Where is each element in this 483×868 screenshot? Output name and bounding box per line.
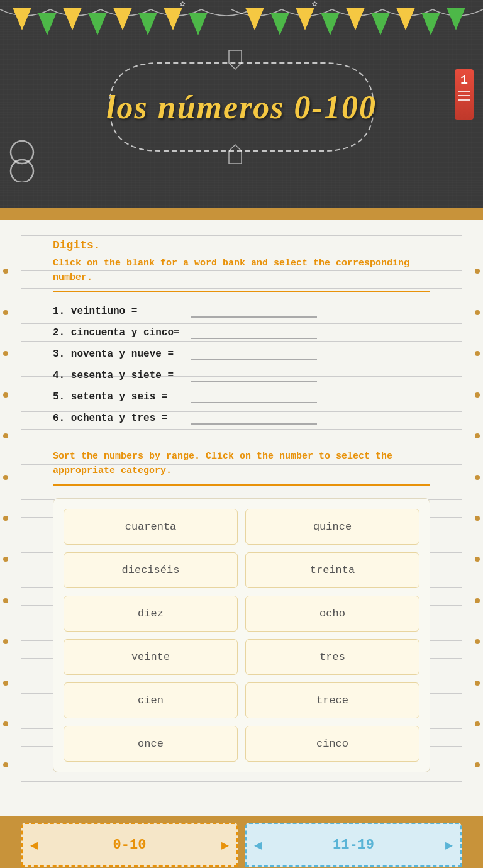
bunting-decoration: ✿ ✿	[0, 0, 483, 50]
infinity-symbol	[6, 138, 38, 191]
dot	[3, 598, 8, 603]
fill-input-4[interactable]	[191, 369, 317, 382]
fill-label-3: 3. noventa y nueve =	[53, 348, 191, 360]
fill-label-1: 1. veintiuno =	[53, 306, 191, 317]
fill-input-6[interactable]	[191, 412, 317, 425]
dot	[3, 392, 8, 398]
fill-input-3[interactable]	[191, 348, 317, 360]
svg-marker-15	[421, 13, 440, 35]
divider-line-2	[53, 484, 430, 486]
dot	[475, 351, 480, 356]
fill-in-section: Digits. Click on the blank for a word ba…	[53, 239, 430, 425]
sort-grid: cuarenta quince dieciséis treinta diez o…	[53, 498, 430, 772]
divider-line-1	[53, 291, 430, 292]
ruler-line-2	[458, 95, 470, 96]
svg-marker-12	[346, 8, 365, 30]
sort-card-dieciseis[interactable]: dieciséis	[64, 552, 238, 588]
category-label-11-19: 11-19	[333, 837, 374, 853]
dot	[475, 639, 480, 644]
svg-marker-16	[447, 8, 465, 30]
dot	[475, 762, 480, 767]
dot	[3, 639, 8, 644]
digits-title: Digits.	[53, 239, 430, 252]
sort-card-once[interactable]: once	[64, 726, 238, 762]
dot	[3, 351, 8, 356]
brown-spacer-top	[0, 208, 483, 220]
svg-marker-11	[321, 13, 340, 35]
svg-text:✿: ✿	[180, 0, 186, 9]
fill-input-1[interactable]	[191, 305, 317, 318]
fill-row-4: 4. sesenta y siete =	[53, 369, 430, 382]
svg-marker-13	[371, 13, 390, 35]
fill-label-5: 5. setenta y seis =	[53, 391, 191, 403]
sort-card-cuarenta[interactable]: cuarenta	[64, 509, 238, 545]
svg-marker-14	[396, 8, 415, 30]
dot	[475, 721, 480, 726]
svg-marker-3	[88, 13, 107, 35]
sort-card-ocho[interactable]: ocho	[245, 596, 419, 632]
sort-card-veinte[interactable]: veinte	[64, 639, 238, 675]
worksheet: Digits. Click on the blank for a word ba…	[21, 220, 462, 816]
category-label-0-10: 0-10	[113, 837, 147, 853]
sort-card-trece[interactable]: trece	[245, 682, 419, 718]
sort-instruction: Sort the numbers by range. Click on the …	[53, 450, 430, 478]
svg-marker-7	[189, 13, 208, 35]
svg-marker-0	[13, 8, 31, 30]
sort-card-diez[interactable]: diez	[64, 596, 238, 632]
svg-text:✿: ✿	[312, 0, 318, 9]
dot	[3, 475, 8, 480]
dot	[3, 762, 8, 767]
svg-marker-4	[113, 8, 132, 30]
dot	[475, 392, 480, 398]
digits-instruction: Click on the blank for a word bank and s…	[53, 257, 430, 285]
svg-marker-9	[270, 13, 289, 35]
fill-row-3: 3. noventa y nueve =	[53, 348, 430, 360]
fill-label-6: 6. ochenta y tres =	[53, 413, 191, 424]
sort-card-treinta[interactable]: treinta	[245, 552, 419, 588]
category-0-10[interactable]: ◀ 0-10 ▶	[21, 823, 238, 867]
dot	[3, 269, 8, 274]
cat-arrow-left-blue: ◀	[254, 837, 262, 853]
dot	[3, 516, 8, 521]
ruler-number: 1	[460, 73, 468, 87]
dot	[3, 721, 8, 726]
dot	[475, 310, 480, 315]
dot	[3, 310, 8, 315]
fill-input-2[interactable]	[191, 326, 317, 339]
fill-row-5: 5. setenta y seis =	[53, 391, 430, 403]
svg-marker-6	[164, 8, 182, 30]
dot	[475, 269, 480, 274]
fill-label-4: 4. sesenta y siete =	[53, 370, 191, 381]
dot	[475, 681, 480, 686]
ruler-line-3	[458, 99, 470, 101]
cat-arrow-left-orange: ◀	[30, 837, 38, 853]
category-11-19[interactable]: ◀ 11-19 ▶	[245, 823, 462, 867]
side-dots-left	[0, 220, 11, 816]
dot	[3, 681, 8, 686]
svg-marker-5	[138, 13, 157, 35]
svg-marker-2	[63, 8, 82, 30]
sort-card-cinco[interactable]: cinco	[245, 726, 419, 762]
dot	[475, 598, 480, 603]
dot	[3, 433, 8, 438]
svg-marker-1	[38, 13, 57, 35]
sort-card-cien[interactable]: cien	[64, 682, 238, 718]
ruler-line-1	[458, 91, 470, 92]
svg-marker-8	[245, 8, 264, 30]
dot	[475, 433, 480, 438]
fill-input-5[interactable]	[191, 391, 317, 403]
cat-arrow-right-orange: ▶	[221, 837, 229, 853]
fill-row-2: 2. cincuenta y cinco=	[53, 326, 430, 339]
sort-card-quince[interactable]: quince	[245, 509, 419, 545]
dot	[475, 557, 480, 562]
page-title: los números 0-100	[106, 89, 377, 126]
chalkboard-header: ✿ ✿ los números 0-100 1	[0, 0, 483, 208]
title-badge: los números 0-100	[78, 50, 405, 164]
dot	[3, 557, 8, 562]
fill-row-1: 1. veintiuno =	[53, 305, 430, 318]
worksheet-wrapper: Digits. Click on the blank for a word ba…	[0, 220, 483, 816]
sort-card-tres[interactable]: tres	[245, 639, 419, 675]
sort-section: Sort the numbers by range. Click on the …	[53, 450, 430, 772]
dot	[475, 516, 480, 521]
side-dots-right	[472, 220, 483, 816]
